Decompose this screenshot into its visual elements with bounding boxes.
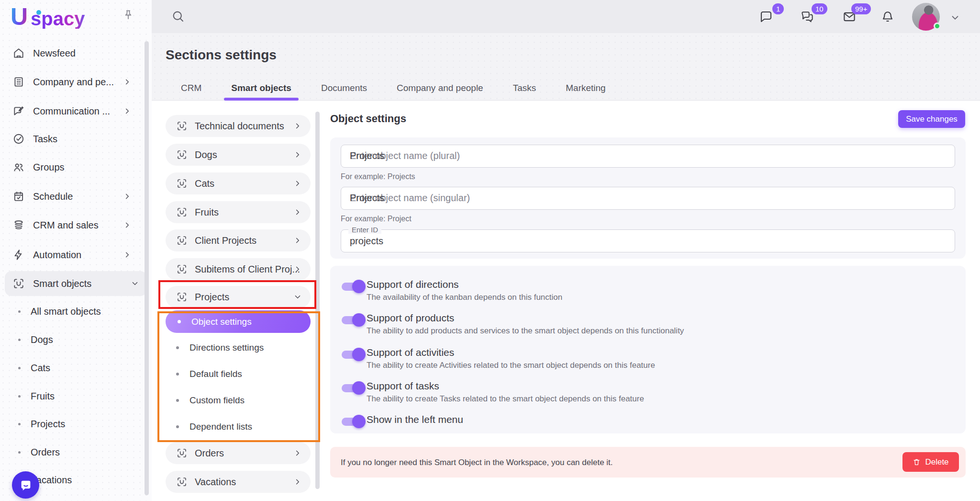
smart-object-icon (12, 277, 25, 290)
tab-crm[interactable]: CRM (174, 76, 209, 100)
chat-icon[interactable] (759, 10, 773, 24)
sidebar-subitem-all-smart-objects[interactable]: All smart objects (0, 299, 152, 324)
delete-message: If you no longer need this Smart Object … (341, 458, 613, 467)
page-subheader: Sections settings CRM Smart objects Docu… (152, 33, 980, 101)
save-changes-button[interactable]: Save changes (898, 110, 965, 128)
object-item-label: Cats (195, 178, 214, 189)
tab-company-and-people[interactable]: Company and people (390, 76, 490, 100)
logo-dot (36, 10, 41, 15)
chevron-right-icon (123, 250, 132, 259)
smart-object-icon (176, 149, 188, 160)
chevron-right-icon (293, 179, 302, 188)
sidebar-item-crm-and-sales[interactable]: CRM and sales (0, 213, 152, 238)
object-item-fruits[interactable]: Fruits (166, 201, 311, 223)
tab-tasks[interactable]: Tasks (506, 76, 544, 100)
bullet-icon (18, 367, 21, 369)
smart-object-icon (176, 476, 188, 488)
submenu-item-directions-settings[interactable]: Directions settings (166, 338, 311, 357)
delete-banner: If you no longer need this Smart Object … (330, 447, 966, 478)
show-in-left-menu-toggle[interactable] (341, 415, 366, 428)
submenu-item-dependent-lists[interactable]: Dependent lists (166, 417, 311, 436)
support-of-products-toggle[interactable] (341, 313, 366, 327)
tab-smart-objects[interactable]: Smart objects (224, 76, 299, 100)
toggle-description: The ability to add products and services… (367, 326, 684, 336)
sidebar-item-smart-objects[interactable]: Smart objects (5, 271, 147, 296)
bullet-icon (18, 395, 21, 398)
sidebar-item-groups[interactable]: Groups (0, 155, 152, 180)
object-item-client-projects[interactable]: Client Projects (166, 229, 311, 251)
chat-launcher-button[interactable] (12, 471, 39, 499)
sidebar-item-schedule[interactable]: Schedule (0, 184, 152, 209)
calendar-check-icon (12, 190, 25, 203)
object-item-subitems-of-client-projects[interactable]: Subitems of Client Proj... (166, 258, 311, 280)
chevron-right-icon (293, 150, 302, 159)
sidebar-item-tasks[interactable]: Tasks (0, 126, 152, 151)
sidebar-subitem-label: Dogs (31, 334, 53, 345)
sidebar-subitem-cats[interactable]: Cats (0, 355, 152, 380)
sidebar-subitem-fruits[interactable]: Fruits (0, 384, 152, 409)
chevron-right-icon (123, 107, 132, 115)
submenu-item-custom-fields[interactable]: Custom fields (166, 391, 311, 410)
object-name-plural-field[interactable]: Enter object name (plural) Projects (341, 145, 955, 168)
check-circle-icon (12, 133, 25, 145)
sidebar-subitem-dogs[interactable]: Dogs (0, 327, 152, 352)
trash-icon (913, 458, 921, 466)
sidebar-item-communication[interactable]: Communication ... (0, 99, 152, 124)
logo-u-mark: U (11, 5, 28, 29)
search-icon[interactable] (171, 9, 185, 23)
sidebar-subitem-orders[interactable]: Orders (0, 440, 152, 465)
bullet-icon (18, 339, 21, 341)
sidebar-subitem-label: Orders (31, 447, 60, 458)
sidebar-subitem-label: Cats (31, 363, 50, 374)
tab-documents[interactable]: Documents (314, 76, 374, 100)
tab-marketing[interactable]: Marketing (558, 76, 612, 100)
online-status-dot (934, 23, 941, 30)
object-name-singular-field[interactable]: Enter object name (singular) Projects (341, 187, 955, 210)
support-of-tasks-toggle[interactable] (341, 381, 366, 395)
object-item-orders[interactable]: Orders (166, 442, 311, 464)
object-item-label: Client Projects (195, 235, 256, 246)
profile-chevron-down-icon[interactable] (950, 12, 960, 23)
bullet-icon (176, 425, 179, 428)
group-chat-badge: 10 (812, 3, 827, 14)
submenu-item-default-fields[interactable]: Default fields (166, 364, 311, 384)
sidebar-item-label: Groups (33, 162, 65, 173)
support-of-directions-toggle[interactable] (341, 280, 366, 293)
bullet-icon (18, 423, 21, 425)
sidebar-subitem-projects[interactable]: Projects (0, 411, 152, 436)
chat-badge: 1 (772, 3, 784, 14)
chat-bubble-smile-icon (19, 478, 33, 492)
object-item-technical-documents[interactable]: Technical documents (166, 115, 311, 137)
object-item-vacations[interactable]: Vacations (166, 471, 311, 493)
smart-object-icon (176, 263, 188, 275)
field-value: Projects (350, 193, 384, 204)
uspacy-logo[interactable]: U spacy (11, 5, 85, 29)
smart-object-icon (176, 206, 188, 218)
sidebar-scrollbar[interactable] (145, 41, 149, 495)
sidebar-item-label: Tasks (33, 134, 57, 145)
bell-icon[interactable] (880, 10, 895, 24)
sidebar-item-newsfeed[interactable]: Newsfeed (0, 41, 152, 66)
sidebar-subitem-label: Projects (31, 419, 65, 430)
object-item-label: Projects (195, 292, 229, 303)
sidebar-item-company-and-people[interactable]: Company and pe... (0, 69, 152, 94)
sidebar-item-automation[interactable]: Automation (0, 242, 152, 267)
object-item-cats[interactable]: Cats (166, 172, 311, 194)
chevron-right-icon (293, 478, 302, 486)
sidebar-item-label: Communication ... (33, 106, 110, 117)
object-item-dogs[interactable]: Dogs (166, 144, 311, 166)
object-item-projects[interactable]: Projects (166, 286, 311, 308)
helper-text-plural: For example: Projects (341, 172, 415, 181)
pin-sidebar-icon[interactable] (122, 9, 134, 21)
submenu-item-object-settings[interactable]: Object settings (166, 310, 311, 333)
enter-id-field[interactable]: projects (341, 229, 955, 252)
field-value: projects (350, 236, 383, 247)
stack-icon (12, 219, 25, 231)
support-of-activities-toggle[interactable] (341, 348, 366, 361)
home-icon (12, 47, 25, 59)
object-list-scrollbar[interactable] (315, 112, 320, 489)
toggle-description: The ability to create Tasks related to t… (367, 394, 644, 404)
delete-button[interactable]: Delete (902, 452, 959, 472)
chevron-right-icon (293, 236, 302, 245)
object-item-label: Vacations (195, 477, 236, 488)
